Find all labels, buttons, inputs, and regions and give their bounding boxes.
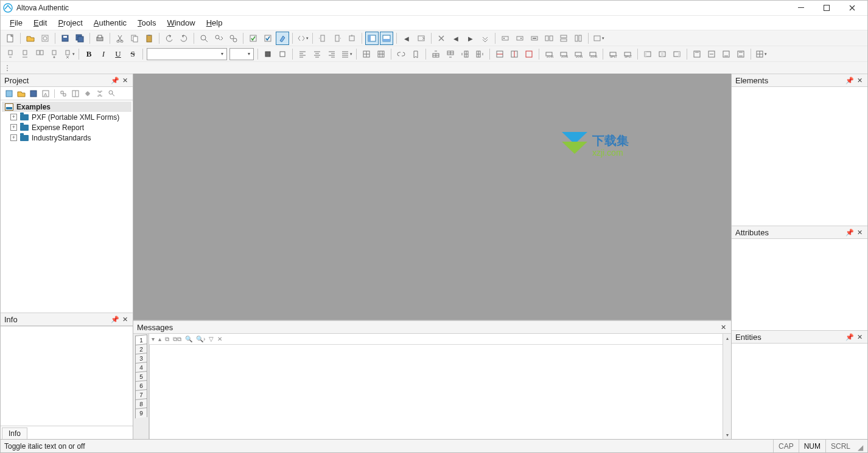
pin-icon[interactable]: 📌 xyxy=(845,76,854,85)
highlight-button[interactable] xyxy=(276,32,289,45)
messages-list[interactable] xyxy=(149,345,723,439)
msg-copyall-icon[interactable]: ⧉⧉ xyxy=(173,336,181,343)
attach-button-2[interactable] xyxy=(18,47,32,61)
italic-button[interactable]: I xyxy=(97,47,110,61)
delete-col-button[interactable] xyxy=(508,47,521,61)
table-button-2[interactable] xyxy=(374,47,388,61)
go-prev-button[interactable] xyxy=(449,32,463,45)
msg-clear-icon[interactable]: ✕ xyxy=(217,336,222,342)
project-tb-6[interactable] xyxy=(70,88,81,99)
menu-window[interactable]: Window xyxy=(161,16,200,29)
insert-col-right-button[interactable] xyxy=(473,47,486,61)
align-justify-button[interactable]: ▾ xyxy=(340,47,353,61)
insert-after-button[interactable] xyxy=(331,32,344,45)
delete-row-button[interactable] xyxy=(493,47,506,61)
valign-top-button[interactable] xyxy=(690,47,704,61)
replace-button[interactable] xyxy=(226,32,240,45)
paste-button[interactable] xyxy=(142,32,156,45)
font-size-combo[interactable]: ▾ xyxy=(229,48,254,60)
redo-button[interactable] xyxy=(177,32,191,45)
insert-before-button[interactable] xyxy=(316,32,329,45)
attach-button-5[interactable]: ▾ xyxy=(62,47,75,61)
insert-into-button[interactable] xyxy=(345,32,359,45)
layout-bottom-button[interactable] xyxy=(380,32,393,45)
scroll-up-icon[interactable]: ▴ xyxy=(723,334,731,342)
find-next-button[interactable] xyxy=(212,32,225,45)
collapse-button[interactable] xyxy=(478,32,492,45)
cell-props-button-1[interactable] xyxy=(641,47,654,61)
msg-copy-icon[interactable]: ⧉ xyxy=(165,336,169,343)
menu-edit[interactable]: Edit xyxy=(28,16,52,29)
borders-button[interactable]: ▾ xyxy=(754,47,768,61)
close-button[interactable] xyxy=(839,1,865,15)
menu-tools[interactable]: Tools xyxy=(132,16,161,29)
tree-item[interactable]: + IndustryStandards xyxy=(2,133,131,143)
project-tb-9[interactable] xyxy=(107,88,117,99)
project-tree[interactable]: Examples + PXF (Portable XML Forms) + Ex… xyxy=(1,100,133,313)
cut-button[interactable] xyxy=(113,32,127,45)
project-tb-4[interactable]: A xyxy=(40,88,51,99)
project-tb-3[interactable] xyxy=(28,88,39,99)
expander-icon[interactable]: + xyxy=(10,134,17,141)
tree-item[interactable]: + Expense Report xyxy=(2,122,131,133)
bookmark-button[interactable] xyxy=(409,47,422,61)
save-button[interactable] xyxy=(58,32,72,45)
resize-grip-icon[interactable]: ◢ xyxy=(855,440,864,452)
project-tb-5[interactable] xyxy=(58,88,69,99)
find-button[interactable] xyxy=(197,32,211,45)
project-tb-1[interactable] xyxy=(4,88,15,99)
link-button[interactable] xyxy=(394,47,408,61)
maximize-button[interactable] xyxy=(814,1,839,15)
attach-button-1[interactable] xyxy=(4,47,17,61)
forecolor-button[interactable] xyxy=(261,47,275,61)
underline-button[interactable]: U xyxy=(111,47,125,61)
pin-icon[interactable]: 📌 xyxy=(111,76,119,85)
open-url-button[interactable] xyxy=(38,32,52,45)
pin-icon[interactable]: 📌 xyxy=(845,228,854,237)
insert-row-above-button[interactable] xyxy=(429,47,443,61)
msg-find-icon[interactable]: 🔍 xyxy=(185,336,192,342)
tag-button-4[interactable] xyxy=(542,32,556,45)
cell-props-button-3[interactable] xyxy=(670,47,684,61)
tag-button-3[interactable] xyxy=(528,32,541,45)
options-button[interactable]: ▾ xyxy=(592,32,605,45)
join-left-button[interactable]: JOIN xyxy=(542,47,556,61)
project-tb-8[interactable] xyxy=(94,88,105,99)
split-v-button[interactable]: SPLIT xyxy=(621,47,634,61)
nav-back-button[interactable] xyxy=(400,32,413,45)
menu-authentic[interactable]: Authentic xyxy=(88,16,132,29)
nav-forward-button[interactable] xyxy=(415,32,428,45)
pin-icon[interactable]: 📌 xyxy=(111,315,119,323)
align-center-button[interactable] xyxy=(310,47,324,61)
tree-item[interactable]: + PXF (Portable XML Forms) xyxy=(2,112,131,122)
open-button[interactable] xyxy=(24,32,37,45)
expander-icon[interactable]: + xyxy=(10,124,17,131)
valign-bottom-button[interactable] xyxy=(719,47,733,61)
save-all-button[interactable] xyxy=(73,32,86,45)
insert-row-below-button[interactable] xyxy=(444,47,457,61)
msg-findnext-icon[interactable]: 🔍› xyxy=(196,336,205,342)
tag-button-2[interactable] xyxy=(513,32,527,45)
join-down-button[interactable]: JOIN xyxy=(586,47,600,61)
project-tb-2[interactable] xyxy=(16,88,27,99)
tag-button-1[interactable] xyxy=(499,32,512,45)
menu-help[interactable]: Help xyxy=(201,16,228,29)
info-tab[interactable]: Info xyxy=(2,427,27,439)
strike-button[interactable]: S xyxy=(126,47,139,61)
tree-root[interactable]: Examples xyxy=(2,102,131,112)
new-button[interactable] xyxy=(4,32,17,45)
valign-middle-button[interactable] xyxy=(705,47,718,61)
table-button-1[interactable] xyxy=(360,47,373,61)
msg-nav-up-icon[interactable]: ▴ xyxy=(158,336,161,342)
attach-button-4[interactable] xyxy=(47,47,61,61)
tag-button-5[interactable] xyxy=(557,32,570,45)
close-icon[interactable]: ✕ xyxy=(855,228,864,237)
valign-baseline-button[interactable] xyxy=(734,47,747,61)
messages-scrollbar[interactable]: ▴ ▾ xyxy=(723,334,731,439)
join-up-button[interactable]: JOIN xyxy=(572,47,585,61)
split-h-button[interactable]: SPLIT xyxy=(606,47,620,61)
bold-button[interactable]: B xyxy=(82,47,96,61)
msg-nav-down-icon[interactable]: ▾ xyxy=(152,336,155,342)
backcolor-button[interactable] xyxy=(276,47,289,61)
menu-file[interactable]: File xyxy=(4,16,28,29)
